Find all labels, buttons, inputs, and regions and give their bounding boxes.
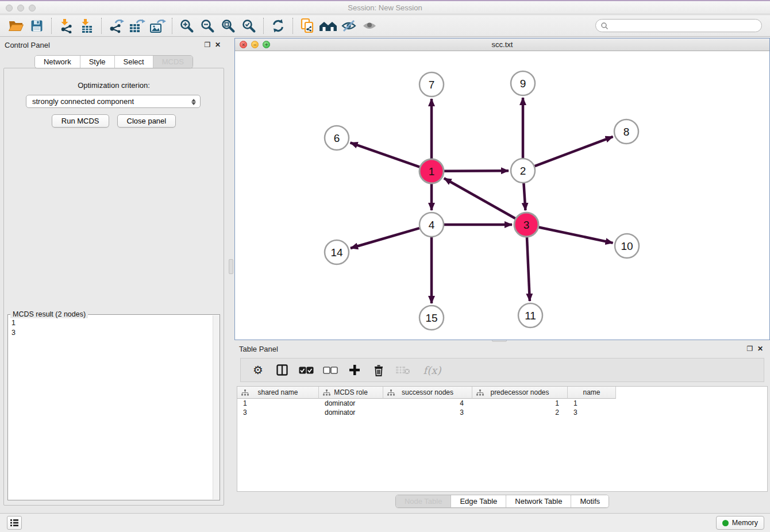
fx-icon: f(x) — [424, 364, 441, 376]
table-cell[interactable]: dominator — [319, 408, 383, 417]
zoom-in-button[interactable] — [176, 17, 197, 34]
table-cell[interactable]: dominator — [319, 399, 383, 408]
column-header-label: predecessor nodes — [490, 388, 549, 396]
split-columns-icon — [276, 364, 288, 376]
zoom-fit-icon — [221, 18, 236, 33]
network-window-controls: × − + — [240, 41, 270, 48]
optimization-criterion-label: Optimization criterion: — [4, 81, 224, 90]
column-header-shared-name[interactable]: shared name — [237, 387, 319, 399]
zoom-out-button[interactable] — [197, 17, 218, 34]
tab-network[interactable]: Network — [35, 56, 80, 68]
function-builder-button[interactable]: f(x) — [419, 361, 445, 379]
show-all-button[interactable] — [359, 17, 380, 34]
tree-hierarchy-icon — [241, 390, 249, 396]
table-cell[interactable]: 2 — [472, 408, 568, 417]
delete-column-button[interactable] — [371, 361, 387, 379]
table-cell[interactable]: 4 — [383, 399, 472, 408]
table-cell[interactable]: 1 — [568, 399, 616, 408]
export-table-button[interactable] — [126, 17, 147, 34]
minimize-window-icon[interactable] — [17, 5, 24, 11]
tab-mcds[interactable]: MCDS — [153, 56, 192, 68]
deselect-all-columns-button[interactable] — [322, 361, 338, 379]
column-header-successor-nodes[interactable]: successor nodes — [383, 387, 472, 399]
run-mcds-button[interactable]: Run MCDS — [52, 114, 109, 128]
table-row[interactable]: 3dominator323 — [237, 408, 767, 417]
node-label-7: 7 — [429, 79, 435, 91]
close-network-icon[interactable]: × — [240, 41, 247, 48]
mcds-result-lines[interactable]: 1 3 — [11, 318, 16, 338]
delete-table-button[interactable] — [395, 361, 411, 379]
hide-selected-button[interactable] — [338, 17, 359, 34]
edge-3-1[interactable] — [444, 178, 515, 218]
network-window-title: scc.txt — [235, 38, 769, 51]
window-traffic-lights[interactable] — [6, 5, 36, 11]
table-row[interactable]: 1dominator411 — [237, 399, 767, 408]
close-panel-icon[interactable]: ✕ — [213, 41, 223, 49]
close-window-icon[interactable] — [6, 5, 13, 11]
edge-4-14[interactable] — [351, 228, 419, 248]
add-column-button[interactable] — [346, 361, 363, 379]
refresh-icon — [271, 18, 286, 33]
save-session-button[interactable] — [26, 17, 47, 34]
tab-style[interactable]: Style — [80, 56, 114, 68]
table-settings-button[interactable]: ⚙ — [250, 361, 266, 379]
edge-1-6[interactable] — [351, 142, 420, 167]
tab-network-table[interactable]: Network Table — [506, 495, 571, 507]
float-panel-icon[interactable]: ❐ — [202, 41, 213, 49]
memory-button[interactable]: Memory — [716, 516, 764, 530]
first-neighbors-button[interactable] — [297, 17, 318, 34]
table-cell[interactable]: 3 — [237, 408, 319, 417]
minimize-network-icon[interactable]: − — [251, 41, 259, 48]
home-layout-button[interactable] — [318, 17, 338, 34]
zoom-fit-button[interactable] — [218, 17, 238, 34]
table-cell[interactable]: 3 — [383, 408, 472, 417]
network-window-titlebar[interactable]: × − + scc.txt — [235, 38, 769, 51]
open-session-button[interactable] — [6, 17, 26, 34]
memory-status-icon — [722, 520, 729, 526]
task-history-button[interactable] — [7, 516, 22, 530]
node-label-9: 9 — [520, 78, 526, 90]
zoom-window-icon[interactable] — [29, 5, 36, 11]
column-header-MCDS-role[interactable]: MCDS role — [319, 387, 383, 399]
close-panel-button[interactable]: Close panel — [117, 114, 176, 128]
toolbar-separator — [292, 18, 293, 34]
close-table-panel-icon[interactable]: ✕ — [755, 345, 765, 353]
edge-3-10[interactable] — [539, 228, 613, 243]
export-image-button[interactable] — [147, 17, 168, 34]
control-panel-tabs: NetworkStyleSelectMCDS — [34, 55, 193, 68]
select-all-columns-button[interactable] — [298, 361, 314, 379]
edge-1-2[interactable] — [444, 171, 509, 171]
node-label-10: 10 — [621, 240, 633, 252]
tab-select[interactable]: Select — [114, 56, 153, 68]
edge-3-11[interactable] — [527, 237, 530, 301]
vertical-splitter-handle[interactable] — [229, 259, 233, 274]
import-network-button[interactable] — [56, 17, 76, 34]
node-label-8: 8 — [623, 126, 630, 138]
search-input[interactable] — [611, 21, 755, 30]
maximize-network-icon[interactable]: + — [263, 41, 270, 48]
toolbar-separator — [263, 18, 264, 34]
zoom-selected-button[interactable] — [238, 17, 259, 34]
float-table-panel-icon[interactable]: ❐ — [745, 345, 755, 353]
result-scrollbar[interactable] — [213, 315, 220, 499]
split-columns-button[interactable] — [274, 361, 290, 379]
zoom-selected-icon — [241, 18, 256, 33]
search-field[interactable] — [595, 19, 762, 32]
tab-motifs[interactable]: Motifs — [571, 495, 609, 507]
import-table-button[interactable] — [76, 17, 97, 34]
tree-hierarchy-icon — [476, 390, 484, 396]
column-header-name[interactable]: name — [568, 387, 616, 399]
tab-edge-table[interactable]: Edge Table — [451, 495, 506, 507]
column-header-predecessor-nodes[interactable]: predecessor nodes — [472, 387, 568, 399]
unchecked-boxes-icon — [323, 367, 338, 374]
edge-2-3[interactable] — [523, 183, 525, 210]
refresh-view-button[interactable] — [268, 17, 288, 34]
export-network-button[interactable] — [106, 17, 126, 34]
table-cell[interactable]: 3 — [568, 408, 616, 417]
optimization-criterion-select[interactable]: strongly connected component — [26, 95, 201, 108]
edge-2-8[interactable] — [535, 137, 613, 166]
table-cell[interactable]: 1 — [237, 399, 319, 408]
table-cell[interactable]: 1 — [472, 399, 568, 408]
network-canvas[interactable]: 7968124314101511 — [235, 51, 769, 340]
tab-node-table[interactable]: Node Table — [396, 495, 451, 507]
